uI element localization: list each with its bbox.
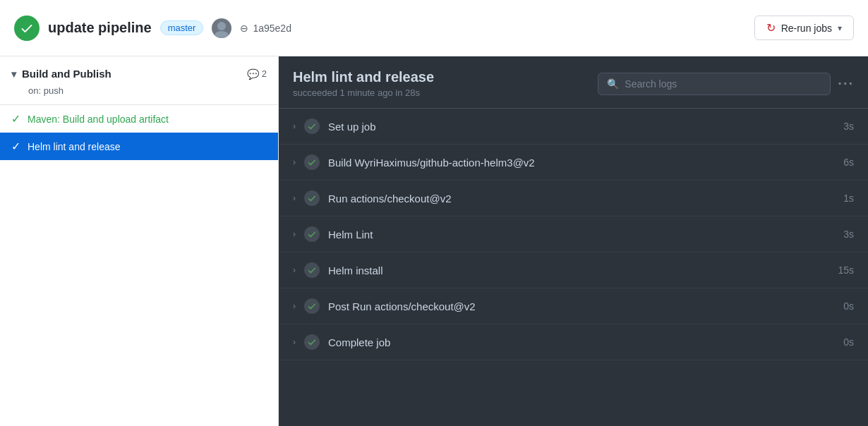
comment-badge[interactable]: 💬 2 bbox=[247, 68, 267, 80]
svg-point-1 bbox=[215, 31, 229, 38]
rerun-icon: ↻ bbox=[766, 21, 776, 35]
pipeline-status-icon bbox=[14, 16, 40, 41]
success-icon: ✓ bbox=[11, 112, 20, 126]
job-status-icon bbox=[304, 154, 320, 170]
table-row[interactable]: › Complete job 0s bbox=[279, 324, 868, 360]
svg-point-0 bbox=[217, 22, 226, 30]
job-status-icon bbox=[304, 118, 320, 134]
job-name: Helm Lint bbox=[328, 229, 835, 241]
more-options-button[interactable]: ··· bbox=[838, 75, 854, 92]
sidebar-section-title: ▾ Build and Publish bbox=[11, 68, 111, 80]
sidebar-item-label: Maven: Build and upload artifact bbox=[28, 114, 169, 125]
commit-hash: 1a95e2d bbox=[253, 23, 291, 34]
sidebar-meta: on: push bbox=[0, 85, 278, 105]
search-icon: 🔍 bbox=[607, 78, 619, 90]
table-row[interactable]: › Run actions/checkout@v2 1s bbox=[279, 181, 868, 217]
main-layout: ▾ Build and Publish 💬 2 on: push ✓ Maven… bbox=[0, 56, 868, 426]
job-duration: 6s bbox=[843, 157, 854, 168]
job-duration: 1s bbox=[843, 193, 854, 204]
table-row[interactable]: › Build WyriHaximus/github-action-helm3@… bbox=[279, 145, 868, 181]
expand-icon: › bbox=[293, 193, 296, 203]
header-left: update pipeline master ⊖ 1a95e2d bbox=[14, 16, 291, 41]
panel-title-block: Helm lint and release succeeded 1 minute… bbox=[293, 69, 434, 98]
commit-ref: ⊖ 1a95e2d bbox=[240, 23, 291, 34]
branch-badge[interactable]: master bbox=[160, 20, 204, 35]
panel-header: Helm lint and release succeeded 1 minute… bbox=[279, 56, 868, 109]
job-duration: 0s bbox=[843, 300, 854, 312]
comment-icon: 💬 bbox=[247, 68, 259, 80]
job-status-icon bbox=[304, 262, 320, 278]
search-box[interactable]: 🔍 bbox=[598, 73, 831, 95]
expand-icon: › bbox=[293, 121, 296, 131]
section-title-label: Build and Publish bbox=[22, 68, 111, 80]
job-name: Set up job bbox=[328, 121, 835, 133]
expand-icon: › bbox=[293, 337, 296, 347]
job-duration: 0s bbox=[843, 336, 854, 348]
avatar bbox=[212, 18, 231, 38]
sidebar: ▾ Build and Publish 💬 2 on: push ✓ Maven… bbox=[0, 56, 279, 426]
rerun-jobs-button[interactable]: ↻ Re-run jobs ▾ bbox=[754, 16, 854, 40]
sidebar-item-label: Helm lint and release bbox=[28, 141, 121, 152]
table-row[interactable]: › Helm install 15s bbox=[279, 252, 868, 288]
sidebar-section-header: ▾ Build and Publish 💬 2 bbox=[0, 56, 278, 85]
expand-icon: › bbox=[293, 229, 296, 239]
chevron-down-icon: ▾ bbox=[838, 23, 842, 33]
search-input[interactable] bbox=[625, 78, 821, 90]
rerun-label: Re-run jobs bbox=[781, 23, 832, 34]
panel-title: Helm lint and release bbox=[293, 69, 434, 85]
expand-icon: › bbox=[293, 301, 296, 311]
panel-subtitle: succeeded 1 minute ago in 28s bbox=[293, 87, 434, 98]
table-row[interactable]: › Helm Lint 3s bbox=[279, 217, 868, 252]
job-name: Complete job bbox=[328, 336, 835, 348]
table-row[interactable]: › Post Run actions/checkout@v2 0s bbox=[279, 288, 868, 324]
table-row[interactable]: › Set up job 3s bbox=[279, 109, 868, 145]
commit-icon: ⊖ bbox=[240, 23, 248, 34]
expand-icon: › bbox=[293, 157, 296, 167]
job-status-icon bbox=[304, 298, 320, 314]
collapse-icon[interactable]: ▾ bbox=[11, 68, 16, 80]
job-duration: 15s bbox=[838, 264, 854, 276]
panel-header-right: 🔍 ··· bbox=[598, 73, 854, 95]
sidebar-item-maven[interactable]: ✓ Maven: Build and upload artifact bbox=[0, 105, 278, 133]
sidebar-item-helm[interactable]: ✓ Helm lint and release bbox=[0, 133, 278, 160]
job-duration: 3s bbox=[843, 229, 854, 240]
header: update pipeline master ⊖ 1a95e2d ↻ Re-ru… bbox=[0, 0, 868, 56]
pipeline-title: update pipeline bbox=[48, 20, 152, 36]
right-panel: Helm lint and release succeeded 1 minute… bbox=[279, 56, 868, 426]
job-name: Build WyriHaximus/github-action-helm3@v2 bbox=[328, 157, 835, 169]
job-name: Run actions/checkout@v2 bbox=[328, 193, 835, 205]
job-status-icon bbox=[304, 226, 320, 242]
job-status-icon bbox=[304, 190, 320, 206]
job-name: Post Run actions/checkout@v2 bbox=[328, 300, 835, 312]
success-icon-active: ✓ bbox=[11, 140, 20, 153]
job-list: › Set up job 3s › Build WyriHaximus/gith… bbox=[279, 109, 868, 360]
job-name: Helm install bbox=[328, 264, 829, 276]
job-status-icon bbox=[304, 334, 320, 350]
comment-count: 2 bbox=[262, 68, 267, 79]
job-duration: 3s bbox=[843, 121, 854, 132]
expand-icon: › bbox=[293, 265, 296, 275]
